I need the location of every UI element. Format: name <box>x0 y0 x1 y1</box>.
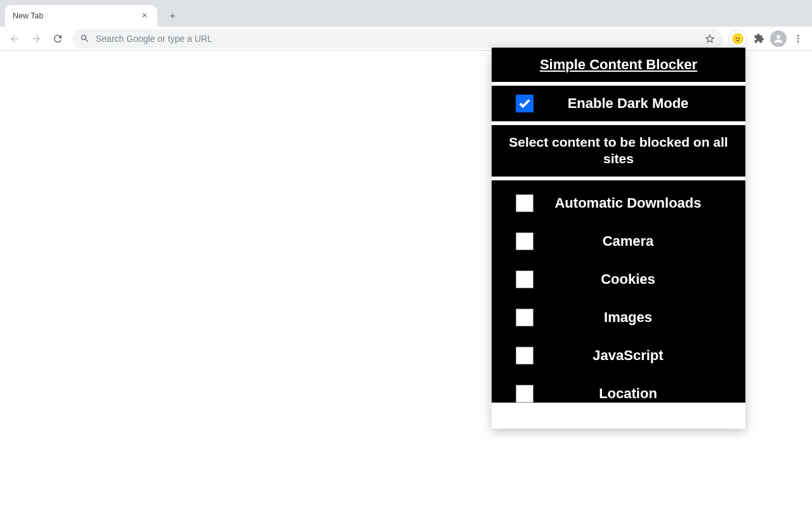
svg-point-2 <box>797 41 799 43</box>
plus-icon <box>168 11 177 20</box>
dark-mode-label: Enable Dark Mode <box>550 95 738 112</box>
reload-button[interactable] <box>48 29 67 48</box>
new-tab-button[interactable] <box>164 7 181 25</box>
option-checkbox[interactable] <box>516 194 534 212</box>
reload-icon <box>52 33 63 44</box>
option-row: Location <box>499 385 738 403</box>
option-row: Images <box>499 309 738 326</box>
search-icon <box>80 34 89 43</box>
options-list: Automatic Downloads Camera Cookies Image… <box>492 180 745 403</box>
popup-header: Simple Content Blocker <box>492 48 745 82</box>
section-header: Select content to be blocked on all site… <box>492 125 745 177</box>
profile-button[interactable] <box>770 30 787 47</box>
bookmark-star-icon[interactable] <box>704 33 716 44</box>
forward-button[interactable] <box>27 29 46 48</box>
dark-mode-row: Enable Dark Mode <box>499 95 738 112</box>
puzzle-icon <box>754 33 764 44</box>
svg-point-0 <box>797 35 799 37</box>
option-label: Images <box>550 309 738 326</box>
arrow-right-icon <box>30 33 42 44</box>
extensions-menu-button[interactable] <box>750 30 768 48</box>
extension-button[interactable] <box>728 30 747 48</box>
option-label: JavaScript <box>550 347 738 364</box>
extension-face-icon <box>732 33 743 44</box>
extension-popup: Simple Content Blocker Enable Dark Mode … <box>492 48 745 429</box>
dark-mode-panel: Enable Dark Mode <box>492 86 745 121</box>
page-content: Simple Content Blocker Enable Dark Mode … <box>0 51 812 508</box>
close-tab-icon[interactable]: × <box>140 11 150 21</box>
option-checkbox[interactable] <box>516 271 534 288</box>
option-label: Location <box>550 385 738 402</box>
chrome-menu-button[interactable] <box>789 30 807 48</box>
back-button[interactable] <box>5 29 24 48</box>
check-icon <box>518 97 532 110</box>
omnibox-placeholder: Search Google or type a URL <box>96 34 698 44</box>
svg-point-1 <box>797 37 799 39</box>
arrow-left-icon <box>9 33 20 44</box>
tab-strip: New Tab × <box>0 0 812 27</box>
option-row: Automatic Downloads <box>499 194 738 212</box>
kebab-icon <box>793 34 803 44</box>
option-label: Automatic Downloads <box>550 195 738 211</box>
option-checkbox[interactable] <box>516 385 534 403</box>
option-checkbox[interactable] <box>516 232 534 250</box>
option-checkbox[interactable] <box>516 309 534 326</box>
browser-tab[interactable]: New Tab × <box>5 5 157 27</box>
tab-title: New Tab <box>13 11 140 20</box>
option-label: Cookies <box>550 271 738 288</box>
option-label: Camera <box>550 233 738 250</box>
omnibox[interactable]: Search Google or type a URL <box>72 29 723 48</box>
section-title: Select content to be blocked on all site… <box>499 134 738 168</box>
option-row: Camera <box>499 232 738 250</box>
option-row: JavaScript <box>499 347 738 364</box>
dark-mode-checkbox[interactable] <box>516 95 534 112</box>
option-checkbox[interactable] <box>516 347 534 364</box>
person-icon <box>773 33 784 44</box>
option-row: Cookies <box>499 271 738 288</box>
popup-title: Simple Content Blocker <box>499 57 738 73</box>
